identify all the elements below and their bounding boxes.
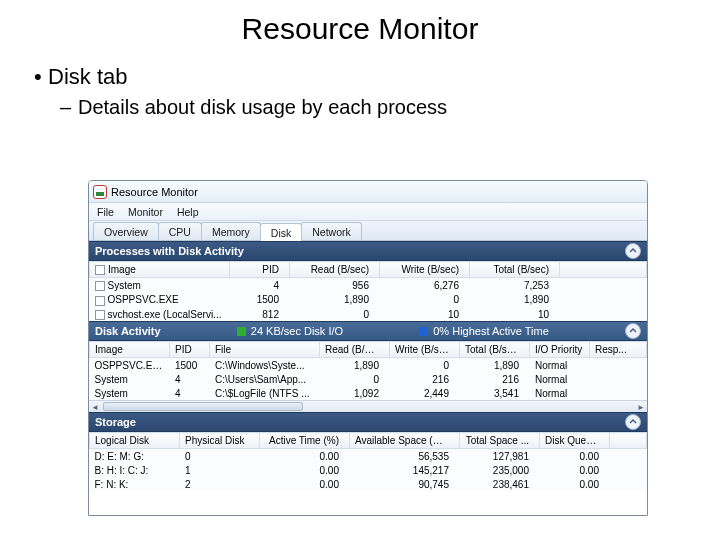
col-pid[interactable]: PID — [170, 342, 210, 358]
section-title-storage: Storage — [95, 416, 136, 428]
window-title: Resource Monitor — [111, 186, 198, 198]
tab-strip: Overview CPU Memory Disk Network — [89, 221, 647, 241]
slide-bullets: •Disk tab –Details about disk usage by e… — [34, 64, 720, 119]
col-available-space[interactable]: Available Space (MB) — [350, 433, 460, 449]
col-physical-disk[interactable]: Physical Disk — [180, 433, 260, 449]
table-row[interactable]: B: H: I: C: J:10.00145,217235,0000.00 — [90, 463, 647, 477]
col-total[interactable]: Total (B/sec) — [470, 262, 560, 278]
scroll-thumb[interactable] — [103, 402, 303, 411]
col-spacer — [610, 433, 647, 449]
collapse-icon[interactable] — [625, 323, 641, 339]
col-response[interactable]: Resp... — [590, 342, 647, 358]
table-row[interactable]: D: E: M: G:00.0056,535127,9810.00 — [90, 449, 647, 464]
blue-swatch-icon — [419, 327, 428, 336]
col-total-space[interactable]: Total Space ... — [460, 433, 540, 449]
section-title-disk-activity: Disk Activity — [95, 325, 161, 337]
active-time-indicator: 0% Highest Active Time — [419, 325, 549, 337]
checkbox-icon[interactable] — [95, 281, 105, 291]
tab-network[interactable]: Network — [301, 222, 362, 240]
disk-activity-table: Image PID File Read (B/sec) Write (B/sec… — [89, 341, 647, 400]
checkbox-header-icon[interactable] — [95, 265, 105, 275]
checkbox-icon[interactable] — [95, 310, 105, 320]
section-header-storage[interactable]: Storage — [89, 412, 647, 432]
table-row[interactable]: F: N: K:20.0090,745238,4610.00 — [90, 477, 647, 491]
col-read[interactable]: Read (B/sec) — [320, 342, 390, 358]
bullet-1-text: Disk tab — [48, 64, 127, 89]
disk-activity-header-row: Image PID File Read (B/sec) Write (B/sec… — [90, 342, 647, 358]
tab-cpu[interactable]: CPU — [158, 222, 202, 240]
col-read[interactable]: Read (B/sec) — [290, 262, 380, 278]
disk-io-indicator: 24 KB/sec Disk I/O — [237, 325, 343, 337]
section-header-processes[interactable]: Processes with Disk Activity — [89, 241, 647, 261]
col-logical-disk[interactable]: Logical Disk — [90, 433, 180, 449]
green-swatch-icon — [237, 327, 246, 336]
menu-help[interactable]: Help — [177, 206, 199, 218]
storage-table: Logical Disk Physical Disk Active Time (… — [89, 432, 647, 491]
table-row[interactable]: OSPPSVC.EXE1500C:\Windows\Syste...1,8900… — [90, 358, 647, 373]
title-bar[interactable]: Resource Monitor — [89, 181, 647, 203]
collapse-icon[interactable] — [625, 243, 641, 259]
table-row[interactable]: svchost.exe (LocalServi...81201010 — [90, 307, 647, 321]
tab-disk[interactable]: Disk — [260, 223, 302, 241]
section-header-disk-activity[interactable]: Disk Activity 24 KB/sec Disk I/O 0% High… — [89, 321, 647, 341]
menu-file[interactable]: File — [97, 206, 114, 218]
col-pid[interactable]: PID — [230, 262, 290, 278]
col-active-time[interactable]: Active Time (%) — [260, 433, 350, 449]
bullet-2-text: Details about disk usage by each process — [78, 96, 447, 118]
storage-header-row: Logical Disk Physical Disk Active Time (… — [90, 433, 647, 449]
table-row[interactable]: System49566,2767,253 — [90, 278, 647, 293]
section-title-processes: Processes with Disk Activity — [95, 245, 244, 257]
col-file[interactable]: File — [210, 342, 320, 358]
col-total[interactable]: Total (B/sec) — [460, 342, 530, 358]
col-write[interactable]: Write (B/sec) — [390, 342, 460, 358]
table-row[interactable]: OSPPSVC.EXE15001,89001,890 — [90, 293, 647, 307]
menu-monitor[interactable]: Monitor — [128, 206, 163, 218]
processes-table: Image PID Read (B/sec) Write (B/sec) Tot… — [89, 261, 647, 321]
collapse-icon[interactable] — [625, 414, 641, 430]
table-row[interactable]: System4C:\Users\Sam\App...0216216Normal — [90, 372, 647, 386]
checkbox-icon[interactable] — [95, 296, 105, 306]
bullet-level-1: •Disk tab — [34, 64, 720, 90]
slide-title: Resource Monitor — [0, 12, 720, 46]
tab-memory[interactable]: Memory — [201, 222, 261, 240]
resource-monitor-window: Resource Monitor File Monitor Help Overv… — [88, 180, 648, 516]
col-io-priority[interactable]: I/O Priority — [530, 342, 590, 358]
menu-bar: File Monitor Help — [89, 203, 647, 221]
processes-header-row: Image PID Read (B/sec) Write (B/sec) Tot… — [90, 262, 647, 278]
bullet-level-2: –Details about disk usage by each proces… — [60, 96, 720, 119]
col-disk-queue[interactable]: Disk Queu... — [540, 433, 610, 449]
table-row[interactable]: System4C:\$LogFile (NTFS ...1,0922,4493,… — [90, 386, 647, 400]
col-spacer — [560, 262, 647, 278]
col-image[interactable]: Image — [90, 342, 170, 358]
disk-activity-hscrollbar[interactable]: ◄ ► — [89, 400, 647, 412]
app-icon — [93, 185, 107, 199]
col-write[interactable]: Write (B/sec) — [380, 262, 470, 278]
col-image[interactable]: Image — [90, 262, 230, 278]
content-area: Processes with Disk Activity Image PID R… — [89, 241, 647, 515]
tab-overview[interactable]: Overview — [93, 222, 159, 240]
